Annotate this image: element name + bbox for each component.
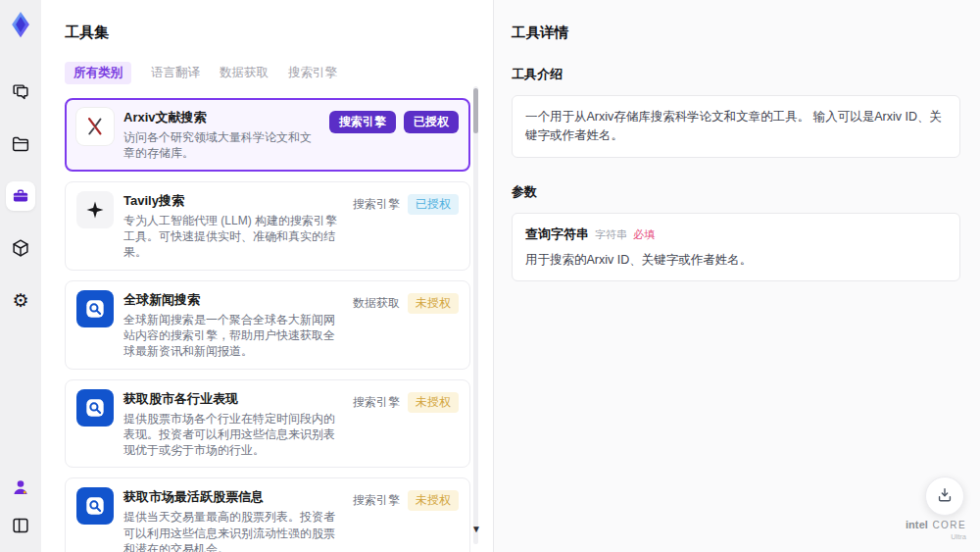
- detail-title: 工具详情: [512, 24, 960, 42]
- scroll-down-arrow[interactable]: ▼: [471, 525, 481, 534]
- page-title: 工具集: [65, 24, 469, 42]
- sidebar-item-packages[interactable]: [6, 233, 35, 263]
- sidebar-nav: ⚙: [6, 77, 35, 315]
- download-button[interactable]: [925, 477, 964, 516]
- tool-detail-panel: 工具详情 工具介绍 一个用于从Arxiv存储库搜索科学论文和文章的工具。 输入可…: [494, 0, 980, 552]
- sidebar-item-chat[interactable]: [6, 77, 35, 107]
- param-required-flag: 必填: [633, 227, 655, 242]
- tool-list-panel: 工具集 所有类别语言翻译数据获取搜索引擎 Arxiv文献搜索 访问各个研究领域大…: [41, 0, 494, 552]
- sidebar-item-settings[interactable]: ⚙: [6, 285, 35, 315]
- briefcase-icon: [11, 186, 30, 206]
- tool-description: 访问各个研究领域大量科学论文和文章的存储库。: [123, 129, 319, 162]
- tool-title: Arxiv文献搜索: [123, 109, 319, 126]
- tab-2[interactable]: 数据获取: [220, 65, 269, 81]
- sidebar-item-files[interactable]: [6, 129, 35, 159]
- category-badge: 搜索引擎: [329, 111, 396, 133]
- news-search-icon: [76, 389, 114, 427]
- tool-intro-text: 一个用于从Arxiv存储库搜索科学论文和文章的工具。 输入可以是Arxiv ID…: [525, 110, 942, 142]
- param-type: 字符串: [595, 227, 627, 242]
- sidebar-item-account[interactable]: [6, 473, 35, 502]
- param-description: 用于搜索的Arxiv ID、关键字或作者姓名。: [525, 252, 947, 269]
- news-search-icon: [76, 290, 114, 327]
- arxiv-icon: [76, 108, 114, 145]
- download-icon: [935, 485, 955, 508]
- cube-icon: [10, 237, 31, 259]
- sidebar: ⚙: [0, 0, 41, 552]
- tool-title: Tavily搜索: [123, 192, 343, 210]
- tool-badges: 搜索引擎 未授权: [353, 389, 459, 459]
- sidebar-bottom: [6, 473, 35, 540]
- tool-title: 全球新闻搜索: [123, 291, 343, 309]
- tool-title: 获取市场最活跃股票信息: [123, 488, 343, 506]
- tab-3[interactable]: 搜索引擎: [288, 65, 337, 81]
- tool-description: 提供当天交易量最高的股票列表。投资者可以利用这些信息来识别流动性强的股票和潜在的…: [123, 509, 343, 552]
- tool-card-3[interactable]: 获取股市各行业表现 提供股票市场各个行业在特定时间段内的表现。投资者可以利用这些…: [65, 379, 470, 469]
- sidebar-item-toolbox[interactable]: [6, 181, 35, 211]
- tool-description: 专为人工智能代理 (LLM) 构建的搜索引擎工具。可快速提供实时、准确和真实的结…: [123, 213, 343, 261]
- auth-status-badge: 未授权: [408, 490, 459, 511]
- category-badge: 搜索引擎: [353, 392, 400, 413]
- tool-badges: 搜索引擎 已授权: [329, 108, 459, 162]
- auth-status-badge: 已授权: [404, 111, 459, 133]
- user-icon: [10, 477, 31, 498]
- category-tabs: 所有类别语言翻译数据获取搜索引擎: [65, 62, 469, 83]
- tool-badges: 搜索引擎 未授权: [353, 487, 459, 552]
- tool-card-2[interactable]: 全球新闻搜索 全球新闻搜索是一个聚合全球各大新闻网站内容的搜索引擎，帮助用户快速…: [65, 280, 470, 370]
- tool-badges: 数据获取 未授权: [353, 290, 459, 360]
- tab-0[interactable]: 所有类别: [65, 62, 131, 84]
- category-badge: 搜索引擎: [353, 490, 400, 511]
- tool-card-list: Arxiv文献搜索 访问各个研究领域大量科学论文和文章的存储库。 搜索引擎 已授…: [65, 98, 470, 552]
- tool-intro-card: 一个用于从Arxiv存储库搜索科学论文和文章的工具。 输入可以是Arxiv ID…: [512, 95, 960, 158]
- intro-heading: 工具介绍: [512, 66, 960, 83]
- news-search-icon: [76, 487, 114, 525]
- tool-title: 获取股市各行业表现: [123, 390, 343, 408]
- core-wordmark: CORE: [933, 520, 967, 530]
- chat-icon: [10, 81, 31, 103]
- auth-status-badge: 未授权: [408, 293, 459, 314]
- tool-card-0[interactable]: Arxiv文献搜索 访问各个研究领域大量科学论文和文章的存储库。 搜索引擎 已授…: [65, 98, 470, 172]
- category-badge: 数据获取: [353, 293, 400, 314]
- tool-card-1[interactable]: Tavily搜索 专为人工智能代理 (LLM) 构建的搜索引擎工具。可快速提供实…: [65, 181, 470, 271]
- param-name: 查询字符串: [525, 226, 589, 243]
- auth-status-badge: 已授权: [408, 194, 459, 215]
- sidebar-item-collapse-panel[interactable]: [6, 511, 35, 540]
- gear-icon: ⚙: [12, 291, 28, 310]
- tavily-icon: [76, 191, 114, 228]
- scrollbar[interactable]: [473, 86, 478, 544]
- tab-1[interactable]: 语言翻译: [151, 65, 200, 81]
- tool-description: 提供股票市场各个行业在特定时间段内的表现。投资者可以利用这些信息来识别表现优于或…: [123, 411, 343, 459]
- core-sub-label: Ultra: [906, 533, 966, 541]
- tool-card-4[interactable]: 获取市场最活跃股票信息 提供当天交易量最高的股票列表。投资者可以利用这些信息来识…: [65, 477, 470, 552]
- tool-description: 全球新闻搜索是一个聚合全球各大新闻网站内容的搜索引擎，帮助用户快速获取全球最新资…: [123, 312, 343, 360]
- scrollbar-thumb[interactable]: [473, 88, 478, 133]
- app-window: ⚙ 工具集 所有类别语言翻译数据获取搜索引擎 Arxiv文献搜索 访问各个研究领…: [0, 0, 980, 552]
- tool-badges: 搜索引擎 已授权: [353, 191, 459, 261]
- intel-core-logo: intel CORE Ultra: [906, 515, 966, 541]
- auth-status-badge: 未授权: [408, 392, 459, 413]
- params-heading: 参数: [512, 183, 960, 201]
- intel-wordmark: intel: [906, 519, 928, 530]
- app-logo[interactable]: [5, 9, 36, 40]
- params-list: 查询字符串字符串必填用于搜索的Arxiv ID、关键字或作者姓名。: [512, 213, 960, 281]
- panel-toggle-icon: [10, 515, 31, 536]
- folder-icon: [10, 133, 31, 155]
- category-badge: 搜索引擎: [353, 194, 400, 215]
- param-card-0: 查询字符串字符串必填用于搜索的Arxiv ID、关键字或作者姓名。: [512, 213, 960, 281]
